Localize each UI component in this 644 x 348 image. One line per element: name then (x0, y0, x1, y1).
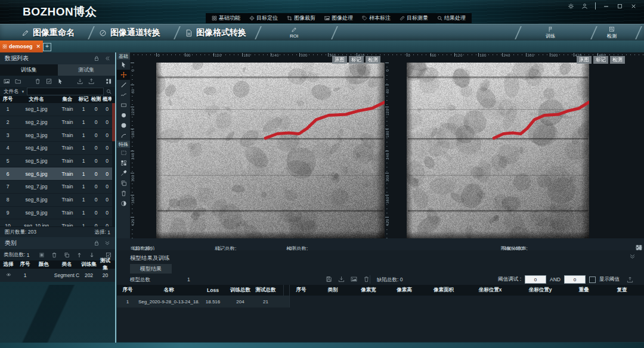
category-header: 类别 (0, 237, 115, 249)
tab-model-result[interactable]: 模型结果 (130, 264, 172, 274)
save-model-icon[interactable] (326, 276, 332, 282)
open-folder-icon[interactable] (15, 78, 21, 85)
file-row[interactable]: 5seg_5.jpgTrain100 (0, 155, 115, 168)
tool-circle[interactable] (117, 110, 130, 120)
tool-marquee[interactable] (117, 148, 130, 158)
search-icon[interactable] (106, 89, 112, 94)
file-row[interactable]: 6seg_6.jpgTrain100 (0, 167, 115, 181)
tool-move[interactable] (117, 70, 130, 80)
file-cell: seg_3.jpg (16, 132, 57, 138)
select-all-icon[interactable] (46, 78, 52, 85)
train-button[interactable]: 训练 (546, 26, 555, 40)
file-row[interactable]: 10seg_10.jpgTrain100 (0, 219, 115, 226)
move-up-icon[interactable] (76, 252, 82, 258)
close-button[interactable] (630, 3, 637, 10)
file-row[interactable]: 3seg_3.jpgTrain100 (0, 129, 115, 142)
file-cell: 0 (103, 145, 112, 151)
collapse-panel-icon[interactable] (629, 253, 636, 260)
rename-image-button[interactable]: 图像重命名 (21, 24, 75, 41)
file-row[interactable]: 2seg_2.jpgTrain100 (0, 116, 115, 129)
confirm-icon[interactable] (106, 252, 112, 258)
import-model-icon[interactable] (338, 276, 345, 282)
view-original-button[interactable]: 原图 (332, 56, 347, 64)
tool-line[interactable] (117, 80, 130, 90)
tab-demoseg[interactable]: demoseg ✕ (0, 41, 43, 52)
move-down-icon[interactable] (89, 252, 95, 258)
tool-rect[interactable] (117, 100, 130, 110)
model-image-icon[interactable] (351, 276, 357, 282)
view-mode-icon[interactable] (106, 78, 112, 85)
view-original-button[interactable]: 原图 (577, 56, 592, 64)
class-index: 1 (17, 272, 33, 278)
tool-copy[interactable] (117, 178, 130, 188)
defect-col-header: 重叠 (565, 287, 602, 294)
tool-octagon[interactable] (117, 120, 130, 130)
menu-item-tag[interactable]: 样本标注 (362, 14, 391, 22)
tool-arc[interactable] (117, 130, 130, 141)
channel-convert-button[interactable]: 图像通道转换 (99, 24, 160, 41)
file-row[interactable]: 8seg_8.jpgTrain100 (0, 194, 115, 207)
file-cell: 0 (103, 223, 112, 226)
file-row[interactable]: 9seg_9.jpgTrain100 (0, 207, 115, 220)
collapse-panel-icon[interactable] (104, 55, 110, 61)
threshold-input-1[interactable] (525, 275, 546, 284)
export-icon[interactable] (88, 78, 94, 85)
import-icon[interactable] (77, 78, 83, 85)
add-image-icon[interactable] (4, 78, 10, 85)
visibility-icon[interactable] (5, 272, 12, 277)
close-tab-icon[interactable]: ✕ (36, 44, 41, 49)
menu-item-crop[interactable]: 图像裁剪 (287, 14, 315, 22)
sidebar-splitter[interactable] (115, 52, 116, 348)
tab-train-set[interactable]: 训练集 (0, 64, 58, 76)
show-defect-checkbox[interactable] (589, 276, 596, 283)
threshold-input-2[interactable] (564, 275, 586, 284)
lock-icon[interactable] (94, 55, 100, 61)
collapse-panel-icon[interactable] (104, 240, 110, 246)
rect-icon (120, 102, 127, 108)
menu-item-grid[interactable]: 基础功能 (212, 14, 240, 22)
detect-button[interactable]: 检测 (607, 26, 617, 40)
format-convert-button[interactable]: 图像格式转换 (185, 24, 246, 41)
tool-wave[interactable] (117, 90, 130, 100)
menu-item-target[interactable]: 目标定位 (249, 14, 278, 22)
menu-item-image[interactable]: 图像处理 (324, 14, 353, 22)
user-icon[interactable] (581, 3, 588, 10)
view-mark-button[interactable]: 标记 (349, 56, 364, 64)
copy-class-icon[interactable] (64, 252, 70, 258)
tool-contrast[interactable] (117, 198, 130, 209)
model-row[interactable]: 1Seg_2020-9-28_0-13-24_18.5118.51620421 (117, 296, 289, 307)
file-row[interactable]: 1seg_1.jpgTrain100 (0, 103, 115, 116)
menu-item-search[interactable]: 结果处理 (437, 14, 466, 22)
view-detect-button[interactable]: 检测 (366, 56, 380, 64)
add-tab-button[interactable]: + (43, 43, 51, 51)
tool-dropper[interactable] (117, 168, 130, 178)
class-name: Segment C (54, 272, 80, 278)
tool-cursor[interactable] (117, 60, 130, 70)
delete-model-icon[interactable] (363, 276, 370, 282)
settings-icon[interactable] (568, 3, 574, 10)
file-row[interactable]: 7seg_7.jpgTrain100 (0, 181, 115, 194)
menu-item-measure[interactable]: 目标测量 (400, 14, 428, 22)
file-row[interactable]: 4seg_4.jpgTrain100 (0, 142, 115, 155)
minimize-button[interactable] (603, 3, 609, 10)
tab-test-set[interactable]: 测试集 (58, 64, 116, 76)
tool-pattern[interactable] (117, 158, 130, 168)
delete-class-icon[interactable] (51, 252, 57, 258)
roi-button[interactable]: ROI (290, 26, 298, 40)
circle-icon (120, 112, 127, 119)
maximize-button[interactable] (617, 3, 623, 10)
delete-icon[interactable] (35, 78, 41, 85)
search-input[interactable] (27, 88, 104, 95)
mark-icon[interactable] (57, 78, 63, 85)
view-mark-button[interactable]: 标记 (593, 56, 608, 64)
tool-trash[interactable] (117, 188, 130, 198)
export-result-icon[interactable] (627, 276, 633, 283)
chevron-down-icon[interactable]: ▼ (21, 90, 25, 94)
lock-icon[interactable] (94, 240, 100, 246)
add-class-icon[interactable] (39, 252, 45, 258)
view-detect-button[interactable]: 检测 (610, 56, 625, 64)
image-viewer-result[interactable] (385, 52, 644, 238)
image-viewer-original[interactable] (130, 52, 385, 238)
grid-icon (212, 15, 217, 21)
filter-field-label[interactable]: 文件名 (4, 88, 19, 95)
